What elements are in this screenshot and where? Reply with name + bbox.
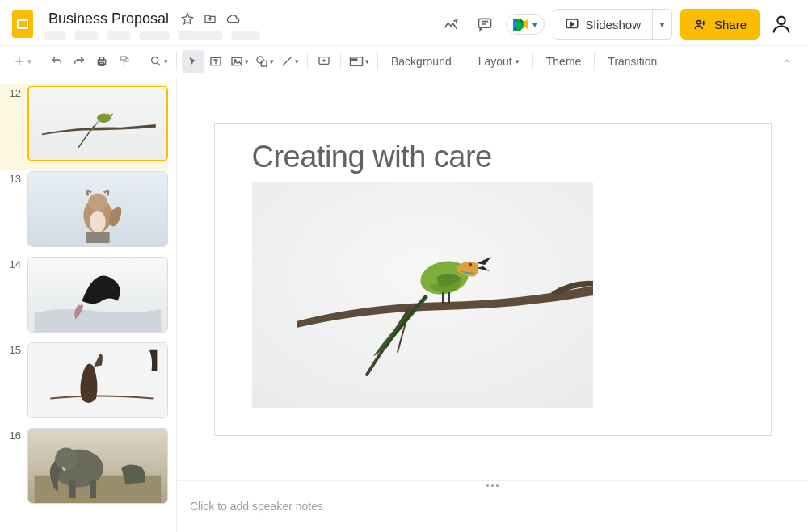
- slide-canvas[interactable]: Creating with care: [214, 123, 772, 436]
- redo-button[interactable]: [68, 50, 90, 73]
- svg-point-23: [90, 211, 106, 232]
- svg-rect-28: [69, 481, 76, 499]
- meet-button[interactable]: ▼: [506, 14, 545, 35]
- slide-title-text[interactable]: Creating with care: [252, 140, 734, 174]
- cloud-icon[interactable]: [222, 8, 243, 29]
- slide-thumbnail[interactable]: 16: [0, 426, 168, 512]
- zoom-button[interactable]: ▾: [146, 50, 171, 73]
- slide-options-button[interactable]: ▾: [346, 50, 372, 73]
- slide-thumbnail[interactable]: 12: [0, 84, 168, 170]
- toolbar: ▾ ▾ ▾ ▾ ▾ ▾ Background: [0, 45, 808, 77]
- speaker-notes[interactable]: Click to add speaker notes: [177, 490, 808, 532]
- slide-number: 15: [0, 342, 27, 356]
- editor-area: Creating with care: [176, 77, 808, 532]
- share-label: Share: [714, 18, 747, 31]
- slideshow-button[interactable]: Slideshow ▼: [553, 9, 672, 40]
- svg-point-27: [55, 447, 77, 469]
- line-button[interactable]: ▾: [277, 50, 302, 73]
- slide-number: 13: [0, 171, 27, 185]
- svg-point-22: [88, 193, 107, 211]
- slide-thumbnail[interactable]: 15: [0, 341, 168, 426]
- background-button[interactable]: Background: [383, 50, 460, 73]
- svg-point-5: [696, 21, 701, 25]
- svg-point-20: [97, 114, 111, 123]
- document-title[interactable]: Business Proposal: [44, 10, 174, 28]
- svg-rect-16: [261, 61, 267, 66]
- slides-logo[interactable]: [6, 8, 39, 40]
- svg-rect-19: [352, 59, 357, 61]
- slide-number: 14: [0, 257, 27, 270]
- print-button[interactable]: [90, 50, 113, 73]
- paint-format-button[interactable]: [113, 50, 136, 73]
- slide-canvas-wrap[interactable]: Creating with care: [177, 77, 808, 480]
- theme-button[interactable]: Theme: [538, 50, 590, 73]
- app-header: Business Proposal: [0, 0, 808, 45]
- svg-rect-24: [86, 232, 109, 243]
- svg-point-15: [257, 57, 263, 63]
- account-avatar[interactable]: [768, 10, 795, 38]
- new-slide-button[interactable]: ▾: [10, 50, 35, 73]
- svg-rect-3: [478, 19, 490, 27]
- notes-resize-handle[interactable]: [177, 480, 808, 490]
- svg-rect-8: [99, 57, 103, 60]
- star-icon[interactable]: [177, 8, 198, 29]
- layout-button[interactable]: Layout▾: [470, 50, 528, 73]
- undo-button[interactable]: [45, 50, 68, 73]
- textbox-button[interactable]: [204, 50, 227, 73]
- share-button[interactable]: Share: [680, 9, 760, 40]
- slide-number: 16: [0, 428, 27, 442]
- slideshow-label: Slideshow: [586, 18, 641, 31]
- menu-bar[interactable]: [44, 31, 260, 40]
- slide-thumbnail[interactable]: 14: [0, 255, 168, 341]
- chevron-down-icon: ▼: [531, 20, 539, 29]
- activity-icon[interactable]: [438, 11, 464, 37]
- svg-rect-29: [90, 481, 96, 499]
- slide-image[interactable]: [252, 182, 593, 408]
- comment-icon[interactable]: [472, 11, 498, 37]
- svg-point-32: [468, 262, 471, 266]
- slideshow-dropdown[interactable]: ▼: [652, 10, 671, 39]
- slide-thumbnail[interactable]: 13: [0, 170, 168, 255]
- svg-point-11: [152, 57, 158, 64]
- slide-panel[interactable]: 12 13: [0, 77, 176, 532]
- slide-number: 12: [0, 86, 27, 99]
- select-tool[interactable]: [182, 50, 204, 73]
- svg-rect-2: [19, 21, 27, 27]
- svg-rect-10: [120, 57, 126, 60]
- comment-add-button[interactable]: [313, 50, 335, 73]
- svg-point-6: [777, 17, 785, 24]
- collapse-toolbar-icon[interactable]: [782, 57, 792, 66]
- shape-button[interactable]: ▾: [252, 50, 277, 73]
- move-icon[interactable]: [200, 8, 221, 29]
- workspace: 12 13: [0, 77, 808, 532]
- transition-button[interactable]: Transition: [600, 50, 665, 73]
- image-button[interactable]: ▾: [227, 50, 252, 73]
